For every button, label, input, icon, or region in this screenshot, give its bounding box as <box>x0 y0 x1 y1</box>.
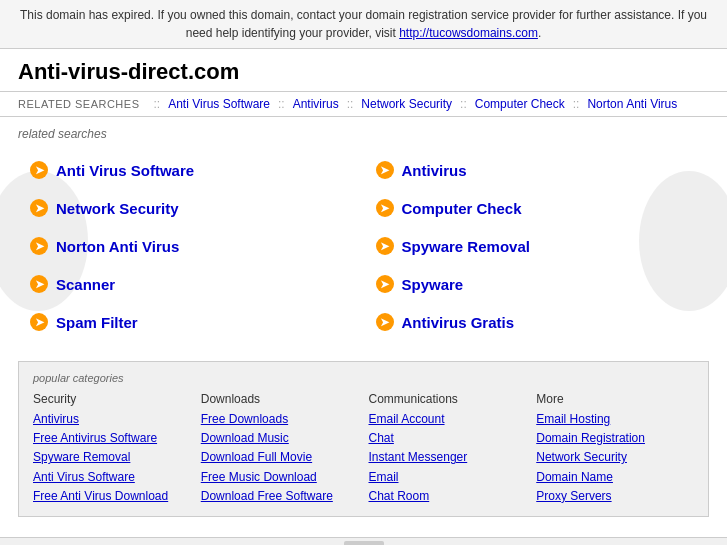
categories-grid: Security Antivirus Free Antivirus Softwa… <box>33 392 694 506</box>
related-link-network-security[interactable]: Network Security <box>361 97 452 111</box>
cat-link-free-antivirus[interactable]: Free Antivirus Software <box>33 429 191 448</box>
arrow-icon: ➤ <box>376 275 394 293</box>
related-link-antivirus[interactable]: Antivirus <box>293 97 339 111</box>
related-searches-bar: RELATED SEARCHES :: Anti Virus Software … <box>0 91 727 117</box>
link-spyware[interactable]: Spyware <box>402 276 464 293</box>
category-security: Security Antivirus Free Antivirus Softwa… <box>33 392 191 506</box>
scroll-thumb[interactable] <box>344 541 384 545</box>
link-antivirus-gratis[interactable]: Antivirus Gratis <box>402 314 515 331</box>
category-heading-communications: Communications <box>369 392 527 406</box>
site-title: Anti-virus-direct.com <box>0 49 727 91</box>
cat-link-domain-registration[interactable]: Domain Registration <box>536 429 694 448</box>
arrow-icon: ➤ <box>376 313 394 331</box>
search-item-computer-check: ➤ Computer Check <box>364 189 710 227</box>
main-content: related searches ➤ Anti Virus Software ➤… <box>0 117 727 537</box>
related-label: RELATED SEARCHES <box>18 98 140 110</box>
arrow-icon: ➤ <box>376 237 394 255</box>
link-spam-filter[interactable]: Spam Filter <box>56 314 138 331</box>
link-anti-virus-software[interactable]: Anti Virus Software <box>56 162 194 179</box>
cat-link-email-account[interactable]: Email Account <box>369 410 527 429</box>
cat-link-instant-messenger[interactable]: Instant Messenger <box>369 448 527 467</box>
related-link-antivirus-software[interactable]: Anti Virus Software <box>168 97 270 111</box>
link-computer-check[interactable]: Computer Check <box>402 200 522 217</box>
link-antivirus[interactable]: Antivirus <box>402 162 467 179</box>
cat-link-domain-name[interactable]: Domain Name <box>536 468 694 487</box>
search-item-spyware: ➤ Spyware <box>364 265 710 303</box>
search-item-norton: ➤ Norton Anti Virus <box>18 227 364 265</box>
cat-link-chat-room[interactable]: Chat Room <box>369 487 527 506</box>
category-heading-more: More <box>536 392 694 406</box>
category-downloads: Downloads Free Downloads Download Music … <box>201 392 359 506</box>
cat-link-free-anti-virus-download[interactable]: Free Anti Virus Download <box>33 487 191 506</box>
related-link-norton[interactable]: Norton Anti Virus <box>587 97 677 111</box>
related-searches-sublabel: related searches <box>18 127 709 141</box>
search-item-spyware-removal: ➤ Spyware Removal <box>364 227 710 265</box>
search-item-network-security: ➤ Network Security <box>18 189 364 227</box>
related-link-computer-check[interactable]: Computer Check <box>475 97 565 111</box>
link-spyware-removal[interactable]: Spyware Removal <box>402 238 530 255</box>
arrow-icon: ➤ <box>30 237 48 255</box>
arrow-icon: ➤ <box>30 313 48 331</box>
cat-link-spyware-removal[interactable]: Spyware Removal <box>33 448 191 467</box>
link-norton[interactable]: Norton Anti Virus <box>56 238 179 255</box>
cat-link-free-music-download[interactable]: Free Music Download <box>201 468 359 487</box>
cat-link-antivirus[interactable]: Antivirus <box>33 410 191 429</box>
arrow-icon: ➤ <box>376 199 394 217</box>
cat-link-chat[interactable]: Chat <box>369 429 527 448</box>
popular-categories: popular categories Security Antivirus Fr… <box>18 361 709 517</box>
category-more: More Email Hosting Domain Registration N… <box>536 392 694 506</box>
arrow-icon: ➤ <box>30 275 48 293</box>
cat-link-download-full-movie[interactable]: Download Full Movie <box>201 448 359 467</box>
link-network-security[interactable]: Network Security <box>56 200 179 217</box>
search-item-antivirus-gratis: ➤ Antivirus Gratis <box>364 303 710 341</box>
cat-link-free-downloads[interactable]: Free Downloads <box>201 410 359 429</box>
popular-categories-label: popular categories <box>33 372 694 384</box>
link-scanner[interactable]: Scanner <box>56 276 115 293</box>
cat-link-download-free-software[interactable]: Download Free Software <box>201 487 359 506</box>
bottom-scrollbar[interactable] <box>0 537 727 545</box>
notification-text: This domain has expired. If you owned th… <box>20 8 707 40</box>
search-grid: ➤ Anti Virus Software ➤ Antivirus ➤ Netw… <box>18 151 709 341</box>
sep1: :: <box>154 97 161 111</box>
category-communications: Communications Email Account Chat Instan… <box>369 392 527 506</box>
top-notification-bar: This domain has expired. If you owned th… <box>0 0 727 49</box>
search-item-scanner: ➤ Scanner <box>18 265 364 303</box>
cat-link-download-music[interactable]: Download Music <box>201 429 359 448</box>
search-item-anti-virus-software: ➤ Anti Virus Software <box>18 151 364 189</box>
cat-link-network-security[interactable]: Network Security <box>536 448 694 467</box>
arrow-icon: ➤ <box>30 199 48 217</box>
cat-link-proxy-servers[interactable]: Proxy Servers <box>536 487 694 506</box>
arrow-icon: ➤ <box>376 161 394 179</box>
category-heading-downloads: Downloads <box>201 392 359 406</box>
search-item-spam-filter: ➤ Spam Filter <box>18 303 364 341</box>
search-item-antivirus: ➤ Antivirus <box>364 151 710 189</box>
category-heading-security: Security <box>33 392 191 406</box>
cat-link-email[interactable]: Email <box>369 468 527 487</box>
tucows-link[interactable]: http://tucowsdomains.com <box>399 26 538 40</box>
cat-link-email-hosting[interactable]: Email Hosting <box>536 410 694 429</box>
arrow-icon: ➤ <box>30 161 48 179</box>
cat-link-anti-virus-software[interactable]: Anti Virus Software <box>33 468 191 487</box>
